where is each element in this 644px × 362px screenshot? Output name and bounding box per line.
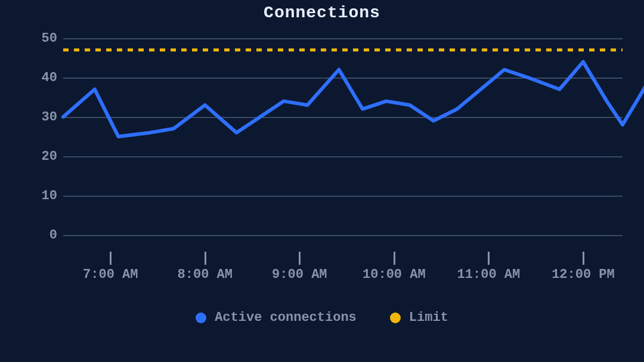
x-tick-mark: [394, 252, 395, 265]
y-tick-label: 0: [33, 228, 57, 243]
y-tick-label: 50: [33, 31, 57, 46]
x-tick-label: 8:00 AM: [178, 267, 233, 282]
plot-area: [63, 38, 623, 235]
legend-dot-active: [196, 313, 206, 323]
legend-item-active: Active connections: [196, 310, 357, 325]
x-tick-label: 7:00 AM: [83, 267, 138, 282]
y-tick-label: 40: [33, 70, 57, 85]
x-tick-mark: [110, 252, 112, 265]
x-tick-label: 10:00 AM: [363, 267, 426, 282]
y-tick-label: 10: [33, 188, 57, 203]
connections-chart: Connections 01020304050 7:00 AM8:00 AM9:…: [0, 0, 644, 362]
chart-legend: Active connections Limit: [0, 310, 644, 325]
active-series-line: [63, 62, 644, 137]
legend-label-active: Active connections: [215, 310, 357, 325]
x-tick-mark: [488, 252, 490, 265]
x-tick-mark: [205, 252, 206, 265]
x-tick-label: 12:00 PM: [552, 267, 615, 282]
x-tick-label: 9:00 AM: [272, 267, 327, 282]
gridline: [63, 235, 623, 236]
legend-label-limit: Limit: [409, 310, 448, 325]
legend-item-limit: Limit: [390, 310, 448, 325]
x-tick-mark: [583, 252, 584, 265]
chart-svg: [63, 38, 623, 235]
x-tick-mark: [299, 252, 301, 265]
chart-title: Connections: [0, 4, 644, 22]
y-tick-label: 30: [33, 110, 57, 125]
legend-dot-limit: [390, 313, 401, 323]
x-tick-label: 11:00 AM: [457, 267, 521, 282]
y-tick-label: 20: [33, 149, 57, 164]
